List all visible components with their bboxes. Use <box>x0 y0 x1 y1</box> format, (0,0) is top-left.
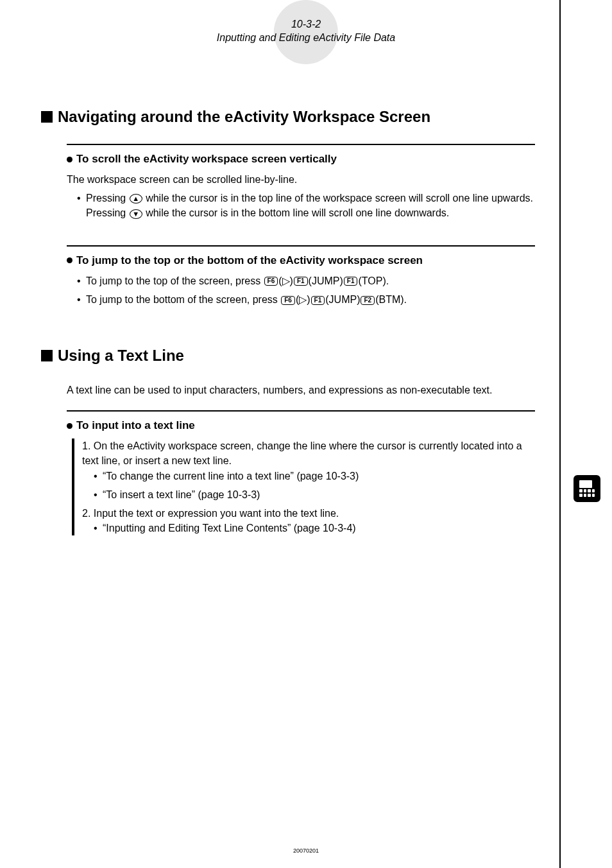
top-label: (TOP). <box>358 275 389 286</box>
subsection-input: To input into a text line 1. On the eAct… <box>67 410 535 535</box>
right-margin-rule <box>559 0 561 868</box>
subsection-rule <box>67 410 535 412</box>
jump-top-pre: To jump to the top of the screen, press <box>86 275 264 286</box>
header: 10-3-2 Inputting and Editing eActivity F… <box>217 18 395 45</box>
scroll-bullet: Pressing ▲ while the cursor is in the to… <box>77 191 535 220</box>
subsection-scroll-title: To scroll the eActivity workspace screen… <box>76 153 337 166</box>
procedure-step-2: 2. Input the text or expression you want… <box>82 506 535 535</box>
jump-btm-pre: To jump to the bottom of the screen, pre… <box>86 294 280 305</box>
paren-tri: (▷) <box>296 294 310 305</box>
section-1-title: Navigating around the eActivity Workspac… <box>58 108 430 126</box>
step2-sublist: “Inputting and Editing Text Line Content… <box>94 521 535 535</box>
scroll-intro: The workspace screen can be scrolled lin… <box>67 172 535 187</box>
step1-number: 1. <box>82 440 94 451</box>
f1-key-icon: F1 <box>311 296 325 305</box>
mode-icon <box>574 475 600 502</box>
header-page-number: 10-3-2 <box>217 18 395 31</box>
paren-tri: (▷) <box>278 275 293 286</box>
f1-key-icon: F1 <box>344 277 358 286</box>
page: 10-3-2 Inputting and Editing eActivity F… <box>0 0 612 868</box>
round-bullet-icon <box>67 257 72 263</box>
step1-bullet-1: “To change the current line into a text … <box>94 469 535 483</box>
step2-number: 2. <box>82 508 94 519</box>
step1-bullet-2: “To insert a text line” (page 10-3-3) <box>94 487 535 502</box>
procedure-block: 1. On the eActivity workspace screen, ch… <box>72 438 535 535</box>
f6-key-icon: F6 <box>264 277 278 286</box>
subsection-scroll: To scroll the eActivity workspace screen… <box>67 144 535 221</box>
step1-text: On the eActivity workspace screen, chang… <box>82 440 522 466</box>
square-bullet-icon <box>41 111 53 123</box>
section-1-heading: Navigating around the eActivity Workspac… <box>41 108 535 126</box>
footer-code: 20070201 <box>293 847 319 854</box>
procedure-list: 1. On the eActivity workspace screen, ch… <box>82 438 535 535</box>
round-bullet-icon <box>67 157 72 162</box>
subsection-jump: To jump to the top or the bottom of the … <box>67 245 535 307</box>
subsection-rule <box>67 245 535 247</box>
subsection-jump-heading: To jump to the top or the bottom of the … <box>67 254 535 267</box>
calculator-icon <box>577 479 597 498</box>
round-bullet-icon <box>67 423 72 429</box>
section-2-intro-block: A text line can be used to input charact… <box>67 383 535 397</box>
btm-label: (BTM). <box>375 294 407 305</box>
section-2-title: Using a Text Line <box>58 347 184 365</box>
square-bullet-icon <box>41 350 53 361</box>
subsection-jump-title: To jump to the top or the bottom of the … <box>76 254 423 267</box>
subsection-input-title: To input into a text line <box>76 419 195 432</box>
jump-top-bullet: To jump to the top of the screen, press … <box>77 273 535 288</box>
step2-bullet-1: “Inputting and Editing Text Line Content… <box>94 521 535 535</box>
subsection-rule <box>67 144 535 145</box>
cursor-down-icon: ▼ <box>130 209 142 219</box>
section-2-intro: A text line can be used to input charact… <box>67 383 535 397</box>
scroll-bullet-list: Pressing ▲ while the cursor is in the to… <box>77 191 535 220</box>
scroll-bullet-post: while the cursor is in the bottom line w… <box>143 207 450 218</box>
step2-text: Input the text or expression you want in… <box>94 508 339 519</box>
subsection-input-heading: To input into a text line <box>67 419 535 432</box>
header-title: Inputting and Editing eActivity File Dat… <box>217 31 395 45</box>
jump-btm-bullet: To jump to the bottom of the screen, pre… <box>77 292 535 307</box>
f2-key-icon: F2 <box>361 296 375 305</box>
section-2-heading: Using a Text Line <box>41 347 535 365</box>
step1-sublist: “To change the current line into a text … <box>94 469 535 502</box>
subsection-scroll-heading: To scroll the eActivity workspace screen… <box>67 153 535 166</box>
f1-key-icon: F1 <box>294 277 308 286</box>
jump-label: (JUMP) <box>309 275 343 286</box>
f6-key-icon: F6 <box>281 296 295 305</box>
jump-bullet-list: To jump to the top of the screen, press … <box>77 273 535 307</box>
procedure-step-1: 1. On the eActivity workspace screen, ch… <box>82 438 535 502</box>
jump-label: (JUMP) <box>325 294 360 305</box>
cursor-up-icon: ▲ <box>130 194 142 204</box>
content: Navigating around the eActivity Workspac… <box>41 108 535 535</box>
scroll-bullet-pre: Pressing <box>86 193 129 204</box>
